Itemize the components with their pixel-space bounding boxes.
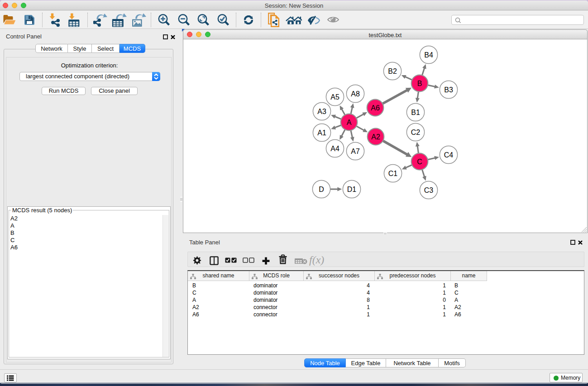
svg-text:A2: A2 [371, 133, 380, 141]
svg-text:B4: B4 [424, 51, 433, 59]
svg-text:D: D [319, 186, 324, 193]
svg-text:A8: A8 [351, 90, 360, 98]
svg-text:C: C [417, 158, 422, 166]
svg-text:A1: A1 [317, 129, 326, 137]
svg-text:B2: B2 [388, 67, 397, 75]
svg-text:C4: C4 [444, 151, 454, 159]
svg-text:C1: C1 [388, 170, 398, 177]
svg-text:B3: B3 [444, 86, 453, 94]
svg-text:B: B [417, 80, 422, 87]
svg-text:C3: C3 [424, 186, 434, 194]
svg-text:A3: A3 [317, 108, 326, 115]
svg-text:A5: A5 [330, 93, 339, 101]
svg-text:A7: A7 [351, 148, 360, 155]
svg-text:A4: A4 [330, 145, 339, 152]
svg-text:A6: A6 [371, 104, 380, 112]
svg-text:A: A [347, 119, 352, 126]
svg-text:D1: D1 [347, 186, 357, 193]
svg-text:C2: C2 [411, 129, 421, 136]
svg-text:B1: B1 [411, 109, 420, 116]
